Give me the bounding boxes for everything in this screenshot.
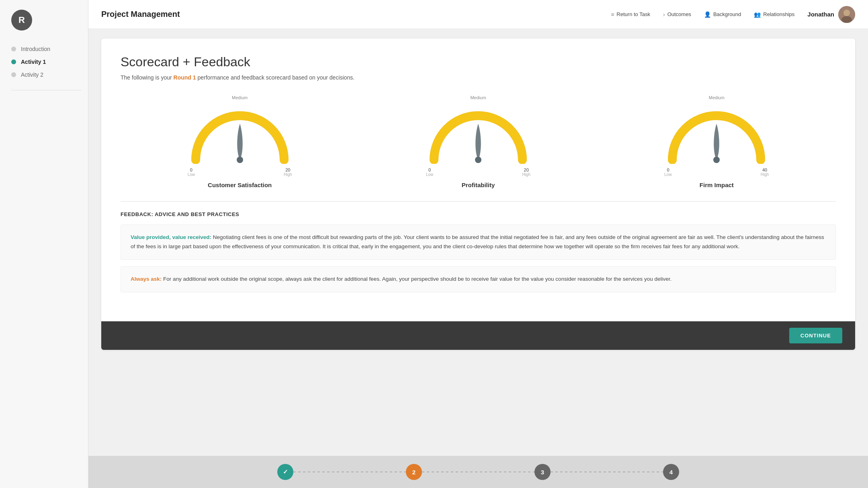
- topnav-link-relationships[interactable]: 👥Relationships: [754, 11, 794, 18]
- progress-line-2: [422, 472, 534, 472]
- progress-step-2: 2: [406, 464, 422, 480]
- gauge-svg-profitability: [426, 102, 530, 166]
- sidebar-nav: IntroductionActivity 1Activity 2: [0, 43, 88, 80]
- outcomes-label: Outcomes: [667, 11, 691, 17]
- nav-dot-activity2: [11, 72, 16, 77]
- gauge-max-customer-satisfaction: 20 High: [284, 167, 292, 177]
- gauge-name-profitability: Profitability: [462, 182, 495, 188]
- topnav-links: ≡Return to Task›Outcomes👤Background👥Rela…: [611, 11, 794, 18]
- gauge-range-customer-satisfaction: 0 Low 20 High: [188, 167, 292, 177]
- gauge-name-firm-impact: Firm Impact: [700, 182, 734, 188]
- sidebar: R IntroductionActivity 1Activity 2: [0, 0, 88, 488]
- progress-bar: ✓234: [88, 456, 868, 488]
- nav-label-activity1: Activity 1: [21, 59, 46, 65]
- progress-step-3: 3: [534, 464, 551, 480]
- gauge-level-profitability: Medium: [470, 95, 486, 100]
- gauge-svg-firm-impact: [664, 102, 769, 166]
- topnav-title: Project Management: [101, 10, 611, 19]
- topnav-user[interactable]: Jonathan: [807, 6, 855, 23]
- topnav: Project Management ≡Return to Task›Outco…: [88, 0, 868, 29]
- gauge-min-profitability: 0 Low: [426, 167, 433, 177]
- progress-step-1: ✓: [277, 464, 293, 480]
- feedback-text-2: For any additional work outside the orig…: [163, 276, 671, 282]
- scorecard-title: Scorecard + Feedback: [121, 55, 836, 69]
- return-to-task-label: Return to Task: [616, 11, 650, 17]
- background-icon: 👤: [704, 11, 711, 18]
- gauge-max-firm-impact: 40 High: [761, 167, 769, 177]
- progress-step-4: 4: [663, 464, 679, 480]
- topnav-link-outcomes[interactable]: ›Outcomes: [663, 11, 691, 18]
- background-label: Background: [713, 11, 741, 17]
- feedback-text-1: Negotiating client fees is one of the mo…: [131, 234, 824, 249]
- feedback-heading: FEEDBACK: ADVICE AND BEST PRACTICES: [121, 211, 836, 217]
- progress-line-3: [551, 472, 663, 472]
- gauge-firm-impact: Medium 0 Low 40 High Firm Impact: [660, 95, 773, 188]
- feedback-label-1: Value provided, value received:: [131, 234, 211, 240]
- main-area: Project Management ≡Return to Task›Outco…: [88, 0, 868, 488]
- gauge-level-customer-satisfaction: Medium: [232, 95, 248, 100]
- gauge-range-firm-impact: 0 Low 40 High: [664, 167, 769, 177]
- user-avatar: [838, 6, 855, 23]
- sidebar-item-activity2[interactable]: Activity 2: [11, 69, 88, 80]
- relationships-label: Relationships: [763, 11, 794, 17]
- feedback-box-1: Value provided, value received: Negotiat…: [121, 225, 836, 260]
- gauges-row: Medium 0 Low 20 High Customer Satisfacti…: [121, 95, 836, 188]
- gauge-min-firm-impact: 0 Low: [664, 167, 671, 177]
- content-area: Scorecard + Feedback The following is yo…: [88, 29, 868, 456]
- card-body: Scorecard + Feedback The following is yo…: [101, 39, 855, 321]
- topnav-username: Jonathan: [807, 11, 834, 18]
- gauge-level-firm-impact: Medium: [709, 95, 725, 100]
- scorecard-subtitle: The following is your Round 1 performanc…: [121, 74, 836, 81]
- gauge-divider: [121, 201, 836, 202]
- svg-point-1: [843, 10, 850, 16]
- continue-button[interactable]: CONTINUE: [789, 328, 842, 343]
- gauge-profitability: Medium 0 Low 20 High Profitability: [422, 95, 534, 188]
- gauge-range-profitability: 0 Low 20 High: [426, 167, 530, 177]
- gauge-customer-satisfaction: Medium 0 Low 20 High Customer Satisfacti…: [184, 95, 296, 188]
- outcomes-icon: ›: [663, 11, 665, 18]
- nav-label-activity2: Activity 2: [21, 71, 43, 78]
- nav-dot-activity1: [11, 59, 16, 64]
- feedback-label-2: Always ask:: [131, 276, 162, 282]
- nav-dot-introduction: [11, 47, 16, 51]
- gauge-name-customer-satisfaction: Customer Satisfaction: [208, 182, 272, 188]
- return-to-task-icon: ≡: [611, 11, 614, 18]
- nav-label-introduction: Introduction: [21, 46, 50, 52]
- gauge-min-customer-satisfaction: 0 Low: [188, 167, 195, 177]
- progress-line-1: [293, 472, 406, 472]
- card-footer: CONTINUE: [101, 321, 855, 350]
- svg-point-4: [475, 157, 481, 163]
- topnav-link-background[interactable]: 👤Background: [704, 11, 741, 18]
- gauge-svg-customer-satisfaction: [188, 102, 292, 166]
- feedback-box-2: Always ask: For any additional work outs…: [121, 266, 836, 292]
- relationships-icon: 👥: [754, 11, 761, 18]
- main-card: Scorecard + Feedback The following is yo…: [101, 39, 855, 350]
- topnav-link-return-to-task[interactable]: ≡Return to Task: [611, 11, 650, 18]
- sidebar-divider: [11, 90, 82, 90]
- sidebar-item-introduction[interactable]: Introduction: [11, 43, 88, 55]
- svg-point-5: [713, 157, 720, 163]
- feedback-section: FEEDBACK: ADVICE AND BEST PRACTICES Valu…: [121, 211, 836, 308]
- svg-point-3: [237, 157, 243, 163]
- sidebar-logo[interactable]: R: [11, 10, 32, 31]
- sidebar-item-activity1[interactable]: Activity 1: [11, 56, 88, 67]
- gauge-max-profitability: 20 High: [522, 167, 530, 177]
